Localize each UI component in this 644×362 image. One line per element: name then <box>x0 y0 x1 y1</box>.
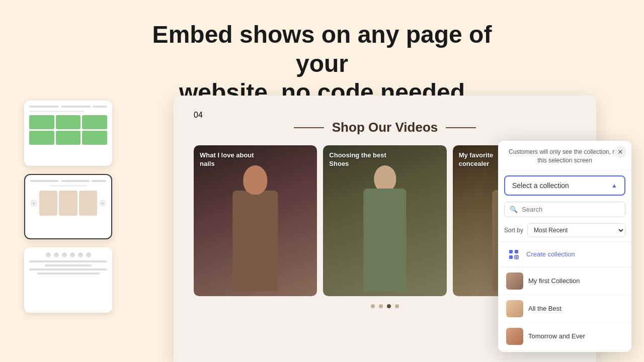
grid-cell <box>29 131 54 145</box>
video-card-label-2: Choosing the best Shoes <box>329 151 389 168</box>
phone-lines-row <box>30 180 106 182</box>
person-head-1 <box>244 165 268 195</box>
collection-list: Create collection My first Collection Al… <box>498 241 631 352</box>
phone-dots-row <box>29 252 107 257</box>
phone-text-line <box>29 260 107 262</box>
select-collection-box[interactable]: Select a collection ▲ <box>504 175 625 196</box>
phone-mockup-grid[interactable] <box>24 101 112 166</box>
collection-item-4[interactable]: Bringing together bags <box>498 350 631 352</box>
carousel-left-arrow: ‹ <box>30 200 37 207</box>
phone-carousel-layout: ‹ › <box>30 191 106 216</box>
svg-rect-1 <box>515 250 518 253</box>
video-card-label-1: What I love about nails <box>200 151 260 168</box>
carousel-card <box>59 191 77 216</box>
search-input[interactable] <box>522 206 620 213</box>
phone-mockup-carousel[interactable]: ‹ › <box>24 174 112 239</box>
header-line-right <box>446 127 476 128</box>
phone-grid-layout <box>29 115 107 145</box>
collection-name-3: Tomorrow and Ever <box>528 332 585 340</box>
carousel-right-arrow: › <box>99 200 106 207</box>
phone-lines-row <box>29 106 107 108</box>
carousel-card <box>79 191 97 216</box>
grid-cell <box>56 115 81 129</box>
phone-line <box>61 106 91 108</box>
person-torso-1 <box>233 191 278 291</box>
sort-label: Sort by <box>504 227 523 234</box>
shop-videos-header: Shop Our Videos <box>194 120 576 135</box>
page-title: Embed shows on any page of your website,… <box>146 20 498 107</box>
collection-name-1: My first Collection <box>528 277 580 285</box>
phone-text-line-short <box>45 264 92 266</box>
sort-section: Sort by Most Recent <box>498 220 631 241</box>
video-card-2[interactable]: Choosing the best Shoes <box>323 145 446 296</box>
svg-rect-0 <box>509 250 513 253</box>
phone-dot <box>78 252 83 257</box>
phone-dot <box>46 252 51 257</box>
phone-dot <box>62 252 67 257</box>
collection-thumbnail-3 <box>506 328 523 345</box>
collection-dropdown-popup: Customers will only see the collection, … <box>498 141 631 352</box>
pagination-dot-4[interactable] <box>395 304 399 308</box>
pagination-dot-3[interactable] <box>387 304 391 308</box>
dropdown-info-text: Customers will only see the collection, … <box>498 141 631 170</box>
phone-text-lines <box>29 260 107 275</box>
select-collection-label: Select a collection <box>512 182 569 190</box>
video-card-1[interactable]: What I love about nails <box>194 145 317 296</box>
grid-cell <box>82 115 107 129</box>
phone-line <box>29 106 59 108</box>
shop-videos-title: Shop Our Videos <box>332 120 438 135</box>
header-line-left <box>294 127 324 128</box>
phone-dot <box>70 252 75 257</box>
collection-thumbnail-2 <box>506 300 523 317</box>
phone-dot <box>86 252 91 257</box>
pagination-dot-1[interactable] <box>371 304 375 308</box>
person-head-2 <box>374 165 396 192</box>
svg-rect-2 <box>509 255 513 259</box>
collection-name-2: All the Best <box>528 305 561 312</box>
phone-text-line <box>29 268 107 270</box>
phone-dot <box>54 252 59 257</box>
phone-line-center <box>49 185 88 187</box>
carousel-cards <box>39 191 97 216</box>
close-button[interactable]: ✕ <box>614 146 626 158</box>
create-collection-item[interactable]: Create collection <box>498 242 631 267</box>
person-figure-1 <box>194 165 317 296</box>
person-torso-2 <box>363 189 406 292</box>
person-figure-2 <box>323 165 446 296</box>
phone-mockup-dots[interactable] <box>24 247 112 313</box>
person-body-2 <box>357 165 413 296</box>
phone-line <box>30 180 59 182</box>
pagination-dot-2[interactable] <box>379 304 383 308</box>
phone-line <box>92 180 106 182</box>
info-text-label: Customers will only see the collection, … <box>509 148 621 164</box>
collection-item-1[interactable]: My first Collection <box>498 267 631 295</box>
phone-line <box>61 180 90 182</box>
chevron-up-icon: ▲ <box>611 182 617 189</box>
collection-thumbnail-1 <box>506 273 523 290</box>
phone-line-short <box>29 111 84 112</box>
create-collection-icon <box>506 247 521 262</box>
phone-text-line-short <box>37 273 100 275</box>
phone-line <box>93 106 107 108</box>
grid-cell <box>29 115 54 129</box>
plus-grid-icon <box>509 249 519 259</box>
search-box[interactable]: 🔍 <box>504 202 625 217</box>
grid-cell <box>56 131 81 145</box>
person-body-1 <box>228 165 283 296</box>
carousel-card <box>39 191 57 216</box>
create-collection-label: Create collection <box>526 250 575 258</box>
background-number: 04 <box>194 111 576 120</box>
search-icon: 🔍 <box>510 206 518 213</box>
grid-cell <box>82 131 107 145</box>
collection-item-3[interactable]: Tomorrow and Ever <box>498 323 631 350</box>
select-collection-area: Select a collection ▲ <box>498 170 631 199</box>
sort-select[interactable]: Most Recent <box>527 223 625 237</box>
sidebar-phones: ‹ › <box>24 101 112 313</box>
collection-item-2[interactable]: All the Best <box>498 295 631 323</box>
